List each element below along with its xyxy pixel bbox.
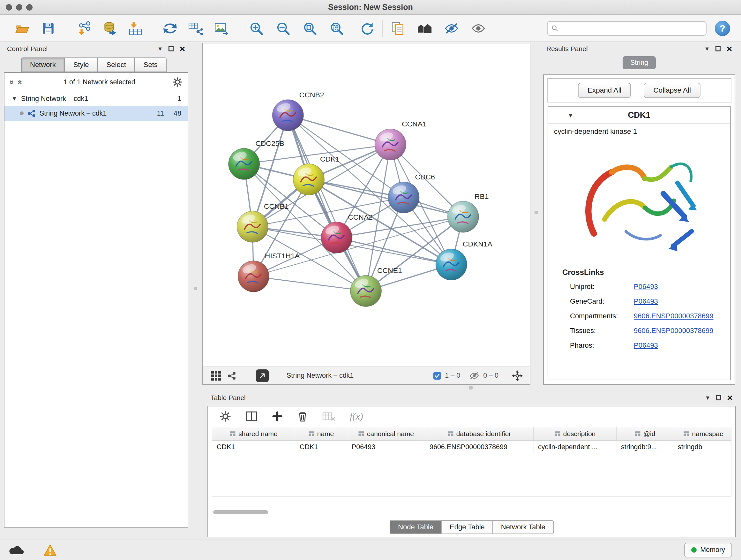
network-row-selected[interactable]: String Network – cdk1 11 48 bbox=[4, 106, 188, 121]
options-gear-icon[interactable] bbox=[172, 77, 183, 87]
panel-float-icon[interactable] bbox=[716, 395, 721, 400]
zoom-fit-button[interactable] bbox=[300, 18, 320, 38]
warnings-button[interactable] bbox=[44, 544, 57, 556]
column-header-canonical-name[interactable]: canonical name bbox=[347, 427, 425, 440]
window-zoom-button[interactable] bbox=[26, 4, 32, 10]
export-image-button[interactable] bbox=[211, 18, 231, 38]
network-node-CCNB1[interactable]: CCNB1 bbox=[237, 202, 289, 242]
tab-edge-table[interactable]: Edge Table bbox=[442, 520, 493, 534]
panel-float-icon[interactable] bbox=[716, 46, 721, 51]
table-cell[interactable]: CDK1 bbox=[212, 441, 295, 454]
panel-menu-icon[interactable]: ▼ bbox=[705, 395, 711, 401]
panel-menu-icon[interactable]: ▼ bbox=[157, 46, 163, 52]
column-header-name[interactable]: name bbox=[295, 427, 347, 440]
zoom-selected-button[interactable] bbox=[327, 18, 347, 38]
clone-network-button[interactable] bbox=[160, 18, 180, 38]
detach-view-button[interactable] bbox=[256, 369, 269, 382]
network-node-CCNB2[interactable]: CCNB2 bbox=[273, 91, 324, 131]
show-columns-icon[interactable] bbox=[246, 411, 257, 422]
crosslink-link[interactable]: P06493 bbox=[634, 283, 658, 291]
tab-sets[interactable]: Sets bbox=[135, 57, 166, 72]
panel-close-icon[interactable]: × bbox=[727, 394, 733, 401]
table-cell[interactable]: CDK1 bbox=[295, 441, 347, 454]
expand-all-icon[interactable]: « bbox=[15, 80, 25, 84]
network-edge[interactable] bbox=[253, 276, 366, 291]
network-node-CCNA1[interactable]: CCNA1 bbox=[375, 120, 427, 160]
network-from-table-button[interactable] bbox=[186, 18, 205, 38]
window-close-button[interactable] bbox=[6, 4, 12, 10]
crosslink-link[interactable]: P06493 bbox=[634, 341, 658, 350]
network-node-CDKN1A[interactable]: CDKN1A bbox=[436, 240, 493, 280]
table-cell[interactable]: P06493 bbox=[347, 441, 425, 454]
column-header-database-identifier[interactable]: database identifier bbox=[425, 427, 534, 440]
network-edge[interactable] bbox=[288, 115, 366, 291]
grid-view-icon[interactable] bbox=[211, 371, 221, 381]
add-column-icon[interactable] bbox=[272, 411, 283, 422]
node-label: CCNE1 bbox=[377, 266, 402, 274]
refresh-button[interactable] bbox=[357, 18, 377, 38]
table-cell[interactable]: cyclin-dependent ... bbox=[534, 441, 616, 454]
collapse-all-button[interactable]: Collapse All bbox=[644, 83, 700, 98]
crosslink-link[interactable]: 9606.ENSP00000378699 bbox=[634, 327, 714, 335]
network-node-RB1[interactable]: RB1 bbox=[448, 192, 489, 233]
crosslink-link[interactable]: P06493 bbox=[634, 297, 658, 306]
search-input[interactable] bbox=[561, 24, 702, 32]
import-network-file-button[interactable] bbox=[75, 18, 94, 38]
tab-network-table[interactable]: Network Table bbox=[493, 520, 554, 534]
panel-float-icon[interactable] bbox=[169, 46, 174, 51]
annotation-copy-button[interactable] bbox=[388, 18, 408, 38]
horizontal-scrollbar[interactable] bbox=[213, 510, 268, 514]
network-collection-row[interactable]: ▼ String Network – cdk1 1 bbox=[4, 91, 188, 106]
pan-move-icon[interactable] bbox=[512, 370, 523, 381]
birdseye-view-icon[interactable] bbox=[227, 371, 236, 380]
table-cell[interactable]: 9606.ENSP00000378699 bbox=[425, 441, 534, 454]
help-button[interactable]: ? bbox=[715, 21, 730, 36]
zoom-out-button[interactable] bbox=[273, 18, 293, 38]
selected-checkbox-icon[interactable] bbox=[433, 372, 441, 380]
open-session-button[interactable] bbox=[12, 18, 32, 38]
left-splitter-handle[interactable] bbox=[194, 287, 197, 290]
panel-menu-icon[interactable]: ▼ bbox=[704, 46, 710, 52]
home-view-button[interactable] bbox=[415, 18, 434, 38]
tree-expand-icon[interactable]: ▼ bbox=[11, 96, 17, 102]
network-label: String Network – cdk1 bbox=[40, 110, 107, 118]
zoom-in-button[interactable] bbox=[246, 18, 266, 38]
column-header-description[interactable]: description bbox=[534, 427, 616, 440]
window-minimize-button[interactable] bbox=[16, 4, 22, 10]
hide-selected-button[interactable] bbox=[442, 18, 461, 38]
network-canvas[interactable]: CCNB2CCNA1CDC25BCDK1CDC6RB1CCNB1CCNA2CDK… bbox=[203, 44, 530, 367]
right-splitter-handle[interactable] bbox=[535, 211, 538, 214]
memory-button[interactable]: Memory bbox=[684, 543, 732, 557]
show-all-button[interactable] bbox=[468, 18, 488, 38]
crosslink-link[interactable]: 9606.ENSP00000378699 bbox=[634, 312, 714, 320]
save-session-button[interactable] bbox=[38, 18, 58, 38]
network-node-CDK1[interactable]: CDK1 bbox=[293, 155, 340, 195]
network-node-CDC6[interactable]: CDC6 bbox=[388, 173, 435, 213]
column-header--id[interactable]: @id bbox=[616, 427, 673, 440]
bottom-splitter-handle[interactable] bbox=[469, 386, 473, 389]
table-cell[interactable]: stringdb:9... bbox=[616, 441, 673, 454]
tab-node-table[interactable]: Node Table bbox=[390, 520, 442, 534]
column-header-shared-name[interactable]: shared name bbox=[212, 427, 295, 440]
import-network-database-button[interactable] bbox=[100, 18, 120, 38]
protein-card-header[interactable]: ▼ CDK1 bbox=[548, 107, 730, 124]
import-table-button[interactable] bbox=[126, 18, 145, 38]
string-tab[interactable]: String bbox=[623, 56, 656, 69]
panel-close-icon[interactable]: × bbox=[726, 45, 732, 53]
network-edge[interactable] bbox=[337, 238, 452, 264]
collapse-section-icon[interactable]: ▼ bbox=[567, 112, 574, 118]
expand-all-button[interactable]: Expand All bbox=[578, 83, 631, 98]
delete-column-icon[interactable] bbox=[297, 411, 308, 422]
tab-style[interactable]: Style bbox=[65, 57, 98, 72]
tab-network[interactable]: Network bbox=[21, 57, 65, 72]
column-header-namespac[interactable]: namespac bbox=[673, 427, 731, 440]
search-box[interactable] bbox=[547, 21, 706, 36]
panel-close-icon[interactable]: × bbox=[179, 45, 185, 53]
tab-select[interactable]: Select bbox=[98, 57, 135, 72]
cloud-status-button[interactable] bbox=[9, 544, 25, 556]
table-row[interactable]: CDK1CDK1P064939606.ENSP00000378699cyclin… bbox=[212, 441, 731, 454]
table-settings-gear-icon[interactable] bbox=[219, 411, 231, 422]
table-cell[interactable]: stringdb bbox=[673, 441, 731, 454]
network-edge[interactable] bbox=[288, 115, 390, 145]
hidden-eye-slash-icon[interactable] bbox=[469, 372, 479, 380]
